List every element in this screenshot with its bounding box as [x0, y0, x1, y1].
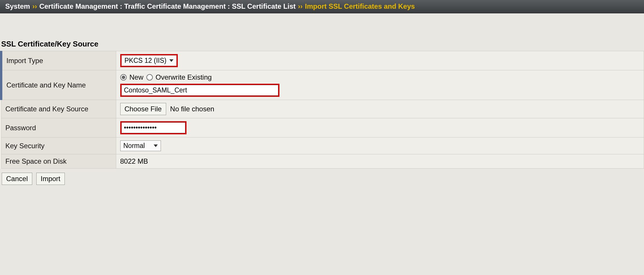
row-password: Password — [1, 118, 644, 138]
label-free-space: Free Space on Disk — [1, 154, 116, 169]
label-key-security: Key Security — [1, 138, 116, 154]
form-table: Import Type PKCS 12 (IIS) Certificate an… — [0, 51, 644, 169]
radio-overwrite[interactable] — [146, 74, 153, 81]
label-cert-key-source: Certificate and Key Source — [1, 100, 116, 118]
radio-new[interactable] — [120, 74, 127, 81]
row-key-security: Key Security Normal — [1, 138, 644, 154]
radio-new-label: New — [130, 73, 143, 81]
label-cert-key-name: Certificate and Key Name — [1, 70, 116, 100]
breadcrumb-separator: ›› — [298, 2, 303, 10]
breadcrumb-separator: ›› — [32, 2, 37, 10]
import-button[interactable]: Import — [36, 173, 65, 185]
row-cert-key-source: Certificate and Key Source Choose File N… — [1, 100, 644, 118]
section-title: SSL Certificate/Key Source — [1, 40, 644, 49]
no-file-chosen-text: No file chosen — [170, 105, 214, 113]
chevron-down-icon — [154, 144, 158, 147]
row-free-space: Free Space on Disk 8022 MB — [1, 154, 644, 169]
breadcrumb: System ›› Certificate Management : Traff… — [0, 0, 644, 13]
import-type-value: PKCS 12 (IIS) — [125, 57, 166, 65]
password-input[interactable] — [121, 122, 185, 133]
highlight-import-type: PKCS 12 (IIS) — [120, 54, 178, 67]
choose-file-button[interactable]: Choose File — [120, 103, 166, 115]
cert-key-name-input[interactable] — [121, 85, 278, 96]
label-password: Password — [1, 118, 116, 138]
radio-overwrite-label: Overwrite Existing — [156, 73, 212, 81]
footer-buttons: Cancel Import — [0, 169, 644, 189]
highlight-cert-name — [120, 84, 279, 97]
label-import-type: Import Type — [1, 51, 116, 70]
free-space-value: 8022 MB — [116, 154, 644, 169]
highlight-password — [120, 121, 186, 134]
breadcrumb-cert-path[interactable]: Certificate Management : Traffic Certifi… — [39, 2, 295, 10]
row-import-type: Import Type PKCS 12 (IIS) — [1, 51, 644, 70]
row-cert-key-name: Certificate and Key Name New Overwrite E… — [1, 70, 644, 100]
key-security-select[interactable]: Normal — [120, 140, 161, 151]
breadcrumb-system[interactable]: System — [5, 2, 30, 10]
chevron-down-icon — [169, 59, 173, 62]
cancel-button[interactable]: Cancel — [2, 173, 32, 185]
key-security-value: Normal — [123, 142, 145, 150]
breadcrumb-current: Import SSL Certificates and Keys — [305, 2, 415, 10]
import-type-select[interactable]: PKCS 12 (IIS) — [121, 55, 177, 66]
